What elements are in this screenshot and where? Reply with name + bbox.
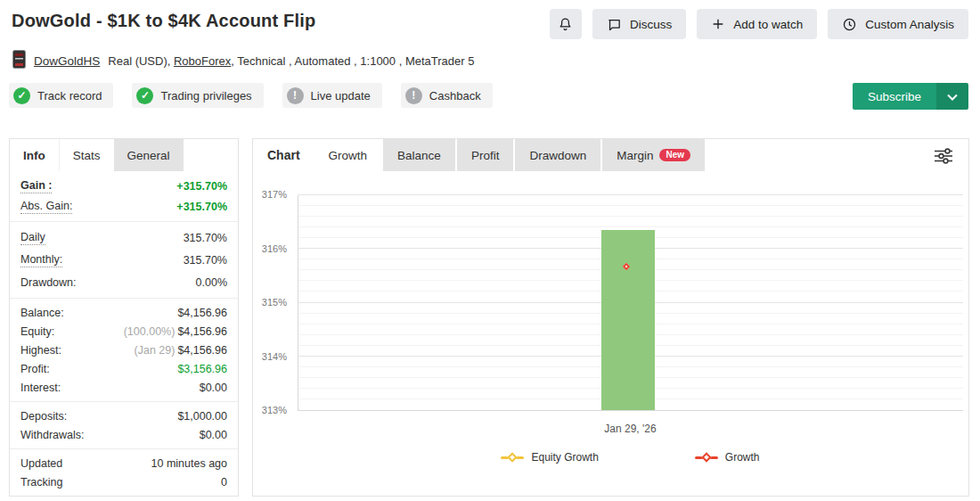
tab-margin[interactable]: Margin New [602, 139, 705, 171]
stats-panel-tabs: Info Stats General [10, 139, 238, 171]
verification-badges: ✓ Track record ✓ Trading privileges ! Li… [9, 83, 493, 108]
chevron-down-icon [947, 90, 958, 103]
account-type: Real (USD), [108, 54, 170, 68]
stat-value: $4,156.96 [177, 307, 227, 319]
chart-panel-tabs: Chart Growth Balance Profit Drawdown Mar… [253, 139, 968, 171]
add-to-watch-button[interactable]: Add to watch [697, 9, 817, 39]
exclamation-circle-icon: ! [287, 87, 304, 104]
tab-balance[interactable]: Balance [383, 139, 455, 171]
stat-label: Withdrawals: [20, 429, 85, 441]
minor-gridline [298, 226, 963, 227]
balance-section: Balance: $4,156.96 Equity: (100.00%)$4,1… [10, 298, 238, 401]
custom-analysis-button[interactable]: Custom Analysis [828, 9, 968, 39]
check-circle-icon: ✓ [13, 87, 30, 104]
stat-value: (Jan 29)$4,156.96 [135, 344, 227, 357]
stat-row-drawdown: Drawdown: 0.00% [10, 271, 238, 293]
account-name-link[interactable]: DowGoldHS [34, 54, 100, 68]
stat-row-profit: Profit: $3,156.96 [10, 359, 238, 378]
check-circle-icon: ✓ [136, 87, 153, 104]
tab-chart[interactable]: Chart [253, 139, 314, 171]
rates-section: Daily 315.70% Monthly: 315.70% Drawdown:… [10, 221, 238, 298]
badge-trading-privileges[interactable]: ✓ Trading privileges [132, 83, 263, 108]
subscribe-split-button: Subscribe [853, 83, 968, 110]
legend-label: Growth [725, 451, 760, 464]
stat-label: Equity: [20, 325, 54, 338]
badge-live-update[interactable]: ! Live update [282, 83, 382, 108]
chart-panel: Chart Growth Balance Profit Drawdown Mar… [252, 138, 969, 497]
clock-icon [842, 17, 857, 32]
badge-label: Track record [37, 89, 102, 103]
stat-row-equity: Equity: (100.00%)$4,156.96 [10, 322, 238, 341]
subscribe-dropdown-button[interactable] [936, 83, 968, 110]
stat-row-abs-gain: Abs. Gain: +315.70% [10, 196, 238, 217]
stat-value: 0.00% [196, 276, 227, 289]
legend-label: Equity Growth [531, 451, 598, 464]
equity-growth-legend-marker [501, 456, 524, 459]
new-badge: New [659, 149, 690, 161]
tab-growth[interactable]: Growth [314, 139, 382, 171]
stat-value: 10 minutes ago [151, 457, 227, 470]
stat-row-daily: Daily 315.70% [10, 226, 238, 249]
badge-track-record[interactable]: ✓ Track record [9, 83, 113, 108]
stat-label: Updated [20, 457, 62, 470]
sliders-icon [933, 147, 954, 168]
tab-profit[interactable]: Profit [457, 139, 514, 171]
badge-cashback[interactable]: ! Cashback [401, 83, 493, 108]
chart-settings-button[interactable] [929, 145, 958, 168]
account-summary-row: DowGoldHS Real (USD), RoboForex, Technic… [12, 50, 474, 71]
tab-info[interactable]: Info [10, 139, 59, 171]
stat-label: Abs. Gain: [20, 200, 72, 214]
tab-margin-label: Margin [617, 149, 653, 162]
stat-value: $1,000.00 [177, 410, 227, 423]
stat-value: (100.00%)$4,156.96 [124, 325, 227, 338]
growth-legend-marker [695, 456, 718, 459]
stat-label: Profit: [20, 363, 50, 375]
legend-item-equity-growth[interactable]: Equity Growth [501, 451, 598, 464]
tab-stats[interactable]: Stats [59, 139, 114, 171]
stats-panel: Info Stats General Gain : +315.70% Abs. … [9, 138, 239, 497]
stat-value: +315.70% [176, 180, 227, 193]
page-title: DowGold - $1K to $4K Account Flip [12, 11, 315, 31]
chart-legend: Equity Growth Growth [298, 451, 963, 464]
stat-value-note: (100.00%) [124, 325, 176, 338]
subscribe-button[interactable]: Subscribe [853, 83, 936, 110]
y-tick-label: 316% [262, 243, 287, 254]
bell-icon [558, 17, 573, 32]
chart-x-axis-label: Jan 29, '26 [298, 423, 963, 435]
stat-row-withdrawals: Withdrawals: $0.00 [10, 425, 238, 444]
stat-row-balance: Balance: $4,156.96 [10, 303, 238, 322]
y-tick-label: 315% [262, 297, 287, 308]
stat-value: $0.00 [200, 382, 227, 394]
account-details: Real (USD), RoboForex, Technical , Autom… [108, 54, 474, 68]
stat-label: Monthly: [20, 253, 62, 267]
meta-section: Updated 10 minutes ago Tracking 0 [10, 448, 238, 496]
exclamation-circle-icon: ! [405, 87, 422, 104]
stat-row-deposits: Deposits: $1,000.00 [10, 407, 238, 425]
broker-link[interactable]: RoboForex [174, 54, 231, 68]
stat-value-note: (Jan 29) [135, 344, 176, 357]
badge-label: Trading privileges [160, 89, 251, 103]
y-tick-label: 314% [262, 351, 287, 362]
myfxbook-account-page: DowGold - $1K to $4K Account Flip Discus… [0, 0, 980, 501]
header-actions: Discuss Add to watch Custom Analysis [550, 9, 968, 39]
notifications-button[interactable] [550, 9, 582, 39]
legend-item-growth[interactable]: Growth [695, 451, 760, 464]
tab-drawdown[interactable]: Drawdown [515, 139, 600, 171]
stat-label: Gain : [20, 179, 52, 193]
tab-general[interactable]: General [114, 139, 184, 171]
stat-row-monthly: Monthly: 315.70% [10, 249, 238, 271]
minor-gridline [298, 216, 963, 217]
discuss-button[interactable]: Discuss [592, 9, 686, 39]
stat-row-interest: Interest: $0.00 [10, 378, 238, 397]
chart-y-axis: 313%314%315%316%317% [253, 195, 292, 411]
y-tick-label: 313% [262, 405, 287, 415]
stat-row-gain: Gain : +315.70% [10, 176, 238, 196]
stat-row-highest: Highest: (Jan 29)$4,156.96 [10, 341, 238, 359]
badge-label: Cashback [429, 89, 481, 103]
plot-area [298, 195, 963, 411]
minor-gridline [298, 205, 963, 206]
gain-section: Gain : +315.70% Abs. Gain: +315.70% [10, 171, 238, 221]
stat-label: Daily [20, 231, 45, 245]
stat-value: 0 [221, 476, 227, 489]
badge-label: Live update [311, 89, 371, 103]
